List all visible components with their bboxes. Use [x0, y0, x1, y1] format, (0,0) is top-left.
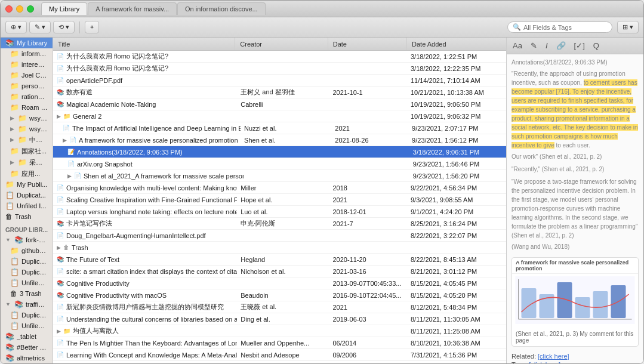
- tab-framework[interactable]: A framework for massiv...: [88, 2, 177, 15]
- table-row[interactable]: ▶ 📄Shen et al_2021_A framework for massi…: [53, 170, 506, 182]
- quote-button[interactable]: Q: [591, 40, 602, 51]
- table-row[interactable]: 📄Note-taking and Handouts in The Digital…: [53, 361, 506, 363]
- sidebar-item-cailiao[interactable]: ▶ 📁 采集自...: [1, 157, 53, 168]
- sidebar-item-yingyong[interactable]: 📁 应用...: [1, 168, 53, 180]
- table-row[interactable]: 📄arXiv.org Snapshot 9/23/2021, 1:56:46 P…: [53, 158, 506, 170]
- cell-date: 2013-09-07T00:45:33...: [329, 280, 407, 287]
- sidebar-item-duplic1[interactable]: 📋 Duplicat...: [1, 190, 53, 200]
- sidebar-item-my-library[interactable]: 📚 My Library: [1, 38, 53, 48]
- sidebar-item-wsypubl1[interactable]: ▶ 📁 wsyPubl...: [1, 113, 53, 124]
- search-bar[interactable]: 🔍: [507, 21, 612, 33]
- column-header-date[interactable]: Date: [328, 38, 407, 50]
- column-header-title[interactable]: Title: [53, 38, 235, 50]
- sidebar-item-guojia[interactable]: 📁 国家社...: [1, 146, 53, 157]
- table-row[interactable]: 📄openArticlePDF.pdf 11/14/2021, 7:10:14 …: [53, 75, 506, 87]
- sidebar-item-joel-chan[interactable]: 📁 Joel Chan: [1, 70, 53, 81]
- sidebar-item-altmetrics[interactable]: 📚 altmetrics: [1, 353, 53, 363]
- sidebar-item-trash1[interactable]: 🗑 Trash: [1, 211, 53, 222]
- column-header-creator[interactable]: Creator: [235, 38, 328, 50]
- cell-title: 📄为什么我喜欢用 flomo 记闪念笔记?: [53, 52, 237, 61]
- table-row[interactable]: 📄The Pen Is Mightier Than the Keyboard: …: [53, 337, 506, 349]
- edit-tool-button[interactable]: ✎: [528, 40, 540, 51]
- table-row[interactable]: 📄Learning With Concept and Knowledge Map…: [53, 349, 506, 361]
- sidebar-item-github-f[interactable]: 📁 github-f...: [1, 245, 53, 256]
- tab-my-library[interactable]: My Library: [41, 2, 87, 15]
- sidebar-item-duplic4[interactable]: 📋 Duplicat...: [1, 310, 53, 320]
- table-row[interactable]: 📄Laptop versus longhand note taking: eff…: [53, 206, 506, 218]
- column-header-dateadded[interactable]: Date Added: [407, 38, 506, 50]
- sidebar-item-unfiled3[interactable]: 📋 Unfiled I...: [1, 320, 53, 331]
- sidebar-item-better-bibt[interactable]: 📚 #Better BibT...: [1, 342, 53, 353]
- sidebar-item-trash2[interactable]: 🗑 3 Trash: [1, 288, 53, 299]
- sidebar-item-my-publi[interactable]: 📁 My Publi...: [1, 179, 53, 190]
- sidebar-item-interesti[interactable]: 📁 interesti...: [1, 59, 53, 70]
- italic-button[interactable]: I: [543, 40, 550, 51]
- table-row[interactable]: 📚Cognitive Productivity with macOS Beaud…: [53, 289, 506, 301]
- folder-icon: 📁: [18, 135, 27, 144]
- cell-dateadded: 7/31/2021, 4:15:36 PM: [407, 351, 506, 359]
- edit-button[interactable]: ✎ ▾: [29, 21, 51, 33]
- table-row[interactable]: 📚数亦有道 王树义 and 翟羽佳 2021-10-1 10/21/2021, …: [53, 87, 506, 98]
- table-row[interactable]: 📚Magical Academic Note-Taking Cabrelli 1…: [53, 98, 506, 110]
- locate-button[interactable]: ⌖: [85, 21, 99, 33]
- table-row[interactable]: 📄为什么我喜欢用 flomo 记闪念笔记? 3/18/2022, 12:22:3…: [53, 63, 506, 75]
- font-button[interactable]: Aa: [510, 40, 525, 51]
- link-button[interactable]: 🔗: [554, 40, 568, 51]
- maximize-button[interactable]: [27, 5, 34, 13]
- checklist-button[interactable]: [✓]: [572, 40, 587, 51]
- table-row[interactable]: 📄为什么我喜欢用 flomo 记闪念笔记? 3/18/2022, 1:22:51…: [53, 51, 506, 63]
- tab-information[interactable]: On information discove...: [177, 2, 266, 15]
- search-input[interactable]: [523, 24, 607, 31]
- action-button[interactable]: ⟲ ▾: [53, 21, 75, 33]
- cell-date: 2019-06-03: [329, 316, 407, 323]
- library-icon: 📚: [5, 39, 14, 47]
- new-item-button[interactable]: ⊕ ▾: [5, 21, 27, 33]
- table-row[interactable]: 📚The Future of Text Hegland 2020-11-20 8…: [53, 254, 506, 266]
- sidebar-item-tablet[interactable]: 📚 _tablet: [1, 331, 53, 342]
- sidebar-item-persona[interactable]: 📁 persona...: [1, 81, 53, 91]
- table-row[interactable]: 📄The Impact of Artificial Intelligence a…: [53, 122, 506, 134]
- sidebar-label: rational...: [21, 93, 48, 100]
- sidebar-item-duplic3[interactable]: 📋 Duplicat...: [1, 267, 53, 277]
- cell-title: 📄Laptop versus longhand note taking: eff…: [53, 208, 237, 215]
- table-row[interactable]: ▶ 📄A framework for massive scale persona…: [53, 134, 506, 146]
- sidebar-item-rational[interactable]: 📁 rational...: [1, 91, 53, 102]
- table-row[interactable]: 📄Organising knowledge with multi-level c…: [53, 182, 506, 194]
- table-row[interactable]: ▶ 📁均值人与离散人 8/11/2021, 11:25:08 AM: [53, 325, 506, 337]
- table-row[interactable]: ▶ 📁General 2 10/19/2021, 9:06:32 PM: [53, 110, 506, 122]
- table-row[interactable]: 📄Scaling Creative Inspiration with Fine-…: [53, 194, 506, 206]
- cell-creator: Nesbit and Adesope: [237, 351, 329, 359]
- tags-link[interactable]: [click here]: [529, 361, 560, 363]
- sidebar-item-duplic2[interactable]: 📋 Duplicat...: [1, 256, 53, 267]
- sidebar-item-roam[interactable]: 📁 Roam R...: [1, 102, 53, 113]
- sidebar-item-zhongwen[interactable]: ▶ 📁 中文文...: [1, 134, 53, 146]
- trash-icon: 🗑: [63, 244, 69, 251]
- related-link[interactable]: [click here]: [538, 353, 569, 360]
- chevron-right-icon: ▶: [63, 137, 67, 143]
- table-row[interactable]: 📄scite: a smart citation index that disp…: [53, 266, 506, 277]
- table-row-selected[interactable]: 📝Annotations(3/18/2022, 9:06:33 PM) 3/18…: [53, 146, 506, 158]
- table-row[interactable]: 📄Doug_Engelbart-AugmentingHumanIntellect…: [53, 230, 506, 242]
- sidebar-item-wsypubl2[interactable]: ▶ 📁 wsyPubl...: [1, 124, 53, 134]
- table-row[interactable]: 📄新冠肺炎疫情微博用户情感与主题挖掘的协同模型研究 王晓薇 et al. 202…: [53, 301, 506, 313]
- table-row[interactable]: 📚卡片笔记写作法 申克·阿伦斯 2021-7 8/25/2021, 3:16:2…: [53, 218, 506, 230]
- sidebar-item-unfiled1[interactable]: 📋 Unfiled I...: [1, 200, 53, 211]
- table-row[interactable]: 📚Cognitive Productivity 2013-09-07T00:45…: [53, 277, 506, 289]
- close-button[interactable]: [5, 5, 13, 13]
- traffic-lights: [5, 5, 34, 13]
- sidebar-item-unfiled2[interactable]: 📋 Unfiled I...: [1, 277, 53, 288]
- table-row[interactable]: ▶ 🗑Trash: [53, 242, 506, 254]
- library-icon: 📚: [5, 332, 14, 341]
- sidebar-item-fork-cite[interactable]: ▼ 📚 fork-cite-...: [1, 235, 53, 245]
- cell-title: 📄arXiv.org Snapshot: [53, 161, 244, 168]
- sidebar-item-informa[interactable]: 📁 informa...: [1, 48, 53, 59]
- table-row[interactable]: 📄Understanding the cultural concerns of …: [53, 313, 506, 325]
- chevron-down-icon: ▼: [5, 301, 11, 307]
- chevron-right-icon: ▶: [57, 113, 61, 119]
- book-icon: 📚: [57, 101, 64, 107]
- view-button[interactable]: ⊞ ▾: [617, 21, 639, 33]
- cell-title: ▶ 🗑Trash: [53, 244, 237, 251]
- sidebar-item-traffic-waze[interactable]: ▼ 📚 traffic-waze...: [1, 299, 53, 310]
- folder-icon: 📁: [10, 169, 19, 178]
- minimize-button[interactable]: [16, 5, 23, 13]
